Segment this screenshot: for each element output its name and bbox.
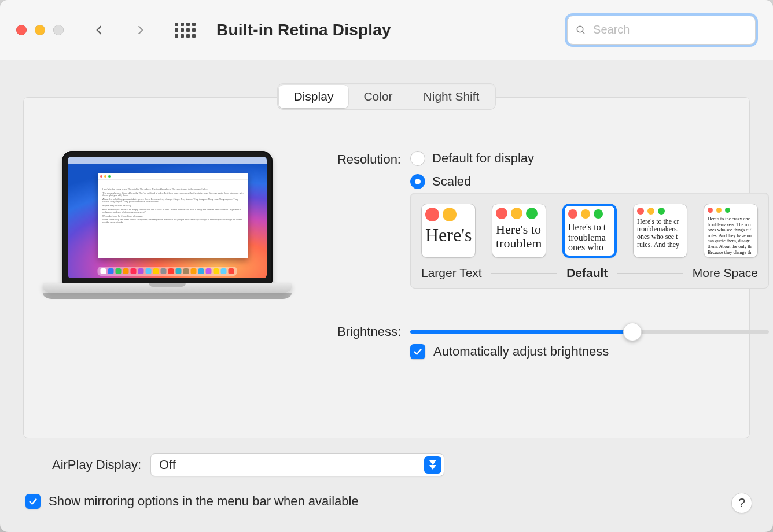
dock-preview — [98, 267, 237, 276]
checkbox-box — [410, 344, 425, 359]
radio-default-for-display[interactable]: Default for display — [410, 151, 769, 166]
pane-title: Built-in Retina Display — [216, 21, 391, 39]
scale-preview-text: Here's — [422, 225, 475, 247]
tab-display[interactable]: Display — [279, 85, 349, 108]
scale-labels: Larger Text Default More Space — [421, 266, 758, 280]
scale-preview-text: Here's to the crazy one troublemakers. T… — [704, 216, 757, 257]
tab-color[interactable]: Color — [348, 85, 407, 108]
svg-marker-2 — [429, 460, 436, 465]
prefpane-window: Built-in Retina Display Display Color Ni… — [0, 0, 773, 532]
help-button[interactable]: ? — [731, 493, 752, 513]
scale-option-3[interactable]: Here's to the cr troublemakers. ones who… — [633, 204, 687, 258]
scale-preview-text: Here's to troublem — [492, 223, 546, 253]
resolution-label: Resolution: — [312, 151, 401, 167]
radio-scaled[interactable]: Scaled — [410, 174, 769, 189]
checkmark-icon — [28, 496, 38, 507]
auto-brightness-checkbox[interactable]: Automatically adjust brightness — [410, 344, 769, 359]
scale-preview-text: Here's to the cr troublemakers. ones who… — [634, 218, 687, 251]
minimize-window-button[interactable] — [35, 25, 45, 35]
zoom-window-button — [53, 25, 64, 35]
sample-document-window: Here's to the crazy ones. The misfits. T… — [98, 173, 248, 258]
svg-marker-3 — [429, 465, 436, 470]
airplay-row: AirPlay Display: Off — [25, 453, 748, 476]
back-button[interactable] — [87, 17, 112, 43]
bottom-controls: AirPlay Display: Off Show mirroring opti… — [0, 438, 773, 509]
scale-option-0[interactable]: Here's — [421, 204, 476, 258]
scale-label-right: More Space — [693, 266, 758, 280]
mirroring-label: Show mirroring options in the menu bar w… — [49, 494, 359, 509]
svg-point-0 — [577, 26, 583, 32]
show-all-prefs-button[interactable] — [175, 23, 196, 38]
search-field[interactable] — [567, 16, 756, 45]
chevron-left-icon — [94, 24, 105, 36]
grid-icon — [175, 23, 196, 38]
scale-label-default: Default — [566, 266, 608, 280]
scale-option-2-selected[interactable]: Here's to t troublema ones who — [562, 204, 617, 258]
select-stepper-icon — [424, 456, 441, 474]
scale-preview-text: Here's to t troublema ones who — [565, 222, 614, 255]
brightness-slider[interactable] — [410, 330, 769, 334]
radio-label: Default for display — [432, 151, 534, 166]
search-input[interactable] — [592, 23, 747, 37]
brightness-row: Brightness: Automatically adjust brightn… — [312, 323, 769, 359]
settings-column: Resolution: Default for display Scaled — [312, 151, 769, 438]
auto-brightness-label: Automatically adjust brightness — [433, 344, 609, 359]
close-window-button[interactable] — [16, 25, 27, 35]
scale-label-left: Larger Text — [421, 266, 482, 280]
laptop-preview: Here's to the crazy ones. The misfits. T… — [46, 151, 289, 438]
resolution-row: Resolution: Default for display Scaled — [312, 151, 769, 289]
mirroring-checkbox[interactable]: Show mirroring options in the menu bar w… — [25, 494, 748, 509]
radio-label: Scaled — [432, 174, 471, 189]
radio-dot — [410, 151, 425, 166]
radio-dot — [410, 174, 425, 189]
airplay-select[interactable]: Off — [150, 453, 444, 476]
airplay-value: Off — [159, 457, 176, 472]
checkmark-icon — [413, 346, 423, 357]
svg-line-1 — [582, 31, 584, 34]
nav-group — [87, 17, 153, 43]
window-traffic-lights — [16, 25, 64, 35]
scale-option-1[interactable]: Here's to troublem — [492, 204, 546, 258]
desktop-preview: Here's to the crazy ones. The misfits. T… — [68, 157, 267, 278]
tab-night-shift[interactable]: Night Shift — [408, 85, 495, 108]
toolbar: Built-in Retina Display — [0, 0, 773, 60]
forward-button[interactable] — [127, 17, 153, 43]
brightness-slider-knob[interactable] — [623, 323, 642, 341]
airplay-label: AirPlay Display: — [25, 457, 141, 472]
pane-tabs: Display Color Night Shift — [277, 83, 496, 110]
resolution-scale-box: Here's Here's to troublem Here's to t tr… — [410, 193, 769, 289]
search-icon — [576, 24, 586, 36]
checkbox-box — [25, 494, 41, 509]
brightness-label: Brightness: — [312, 323, 401, 339]
display-panel: Here's to the crazy ones. The misfits. T… — [23, 97, 750, 438]
scale-option-4[interactable]: Here's to the crazy one troublemakers. T… — [704, 204, 758, 258]
chevron-right-icon — [134, 24, 146, 36]
